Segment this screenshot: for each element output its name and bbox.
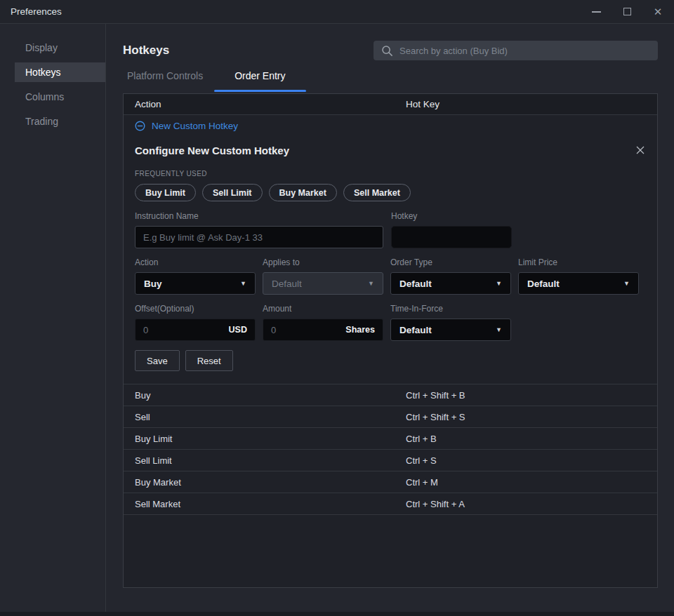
hotkey-label: Hotkey [391,211,512,221]
tab-platform-controls[interactable]: Platform Controls [127,70,203,92]
offset-field: Offset(Optional) USD [135,304,256,341]
action-select[interactable]: Buy ▼ [135,272,256,295]
sidebar-item-label: Hotkeys [25,67,61,78]
chevron-down-icon: ▼ [496,280,502,287]
maximize-icon [623,8,631,15]
offset-input-group: USD [135,319,256,341]
table-row[interactable]: Sell Market Ctrl + Shift + A [124,493,657,514]
row-action: Buy [135,390,406,401]
quick-action-buy-market[interactable]: Buy Market [269,184,337,201]
maximize-button[interactable] [621,6,633,18]
sidebar-item-display[interactable]: Display [0,38,105,58]
time-in-force-label: Time-In-Force [390,304,511,314]
sidebar-item-label: Trading [25,116,58,127]
time-in-force-selected-value: Default [399,325,432,335]
order-type-selected-value: Default [399,279,432,289]
tab-bar: Platform Controls Order Entry [123,70,658,92]
close-icon [635,145,646,156]
table-row[interactable]: Sell Ctrl + Shift + S [124,406,657,427]
amount-input[interactable] [271,325,345,335]
search-box[interactable] [374,41,658,60]
table-row[interactable]: Buy Ctrl + Shift + B [124,384,657,406]
sidebar-item-label: Display [25,42,58,53]
main-panel: Hotkeys Platform Controls Order Entry Ac… [106,24,674,612]
quick-action-pills: Buy Limit Sell Limit Buy Market Sell Mar… [135,184,646,201]
row-action: Buy Market [135,477,406,488]
close-configure-button[interactable] [635,145,646,156]
chevron-down-icon: ▼ [496,326,502,333]
row-hotkey: Ctrl + Shift + B [406,390,465,401]
limit-price-select[interactable]: Default ▼ [518,272,639,295]
row-hotkey: Ctrl + M [406,477,438,488]
minus-circle-icon [135,121,145,131]
search-icon [381,45,393,57]
limit-price-label: Limit Price [518,257,639,267]
tab-order-entry[interactable]: Order Entry [234,70,285,92]
reset-button[interactable]: Reset [185,350,233,371]
main-header: Hotkeys [123,41,658,60]
applies-to-select: Default ▼ [263,272,383,295]
table-empty-area [124,514,657,587]
offset-unit-label: USD [229,325,247,335]
new-custom-hotkey-toggle[interactable]: New Custom Hotkey [124,115,657,137]
tab-label: Order Entry [234,70,285,81]
time-in-force-field: Time-In-Force Default ▼ [390,304,511,341]
sidebar-item-hotkeys[interactable]: Hotkeys [15,62,105,82]
applies-to-field: Applies to Default ▼ [263,257,383,295]
column-header-hotkey: Hot Key [406,99,440,109]
table-row[interactable]: Buy Market Ctrl + M [124,471,657,493]
row-hotkey: Ctrl + Shift + S [406,412,465,422]
amount-field: Amount Shares [263,304,383,341]
close-icon: ✕ [654,6,663,17]
limit-price-field: Limit Price Default ▼ [518,257,639,295]
amount-unit-label: Shares [345,325,375,335]
sidebar-item-label: Columns [25,91,64,102]
order-type-field: Order Type Default ▼ [390,257,511,295]
time-in-force-select[interactable]: Default ▼ [390,319,511,341]
column-header-action: Action [135,99,406,109]
row-action: Sell Limit [135,455,406,466]
hotkey-field: Hotkey [391,211,512,248]
minimize-button[interactable] [590,6,602,18]
window-title: Preferences [11,6,62,17]
amount-input-group: Shares [263,319,383,341]
hotkeys-table: Action Hot Key New Custom Hotkey Configu… [123,93,658,588]
row-action: Sell [135,412,406,422]
limit-price-selected-value: Default [527,279,560,289]
row-hotkey: Ctrl + B [406,434,437,444]
sidebar-item-trading[interactable]: Trading [0,112,105,131]
offset-input[interactable] [143,325,229,335]
search-input[interactable] [399,46,650,56]
table-row[interactable]: Sell Limit Ctrl + S [124,449,657,471]
sidebar-item-columns[interactable]: Columns [0,87,105,107]
chevron-down-icon: ▼ [623,280,630,287]
action-selected-value: Buy [144,279,162,289]
chevron-down-icon: ▼ [368,280,374,287]
configure-panel: Configure New Custom Hotkey FREQUENTLY U… [124,137,657,384]
order-type-label: Order Type [390,257,511,267]
instruction-name-input[interactable] [135,226,383,248]
action-label: Action [135,257,256,267]
table-header-row: Action Hot Key [124,94,657,115]
hotkey-input[interactable] [391,226,512,248]
quick-action-sell-market[interactable]: Sell Market [343,184,411,201]
instruction-name-field: Instruction Name [135,211,383,248]
offset-label: Offset(Optional) [135,304,256,314]
page-title: Hotkeys [123,43,169,58]
configure-title: Configure New Custom Hotkey [135,145,289,156]
instruction-name-label: Instruction Name [135,211,383,221]
quick-action-buy-limit[interactable]: Buy Limit [135,184,196,201]
window-controls: ✕ [590,6,663,18]
quick-action-sell-limit[interactable]: Sell Limit [202,184,263,201]
order-type-select[interactable]: Default ▼ [390,272,511,295]
close-window-button[interactable]: ✕ [652,6,663,18]
save-button[interactable]: Save [135,350,180,371]
row-action: Buy Limit [135,434,406,444]
title-bar: Preferences ✕ [0,0,674,24]
table-row[interactable]: Buy Limit Ctrl + B [124,427,657,449]
tab-label: Platform Controls [127,70,203,81]
action-field: Action Buy ▼ [135,257,256,295]
frequently-used-label: FREQUENTLY USED [135,170,646,178]
applies-to-selected-value: Default [272,279,302,289]
row-action: Sell Market [135,499,406,509]
